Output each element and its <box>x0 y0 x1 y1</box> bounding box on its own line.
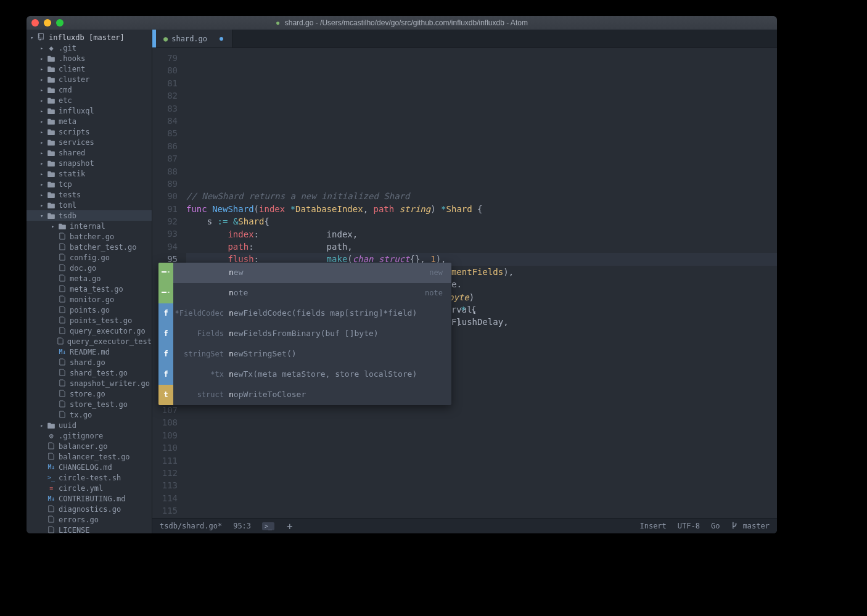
tree-file[interactable]: meta.go <box>27 273 152 284</box>
disclosure-icon[interactable]: ▸ <box>40 129 46 135</box>
tree-folder[interactable]: ▸uuid <box>27 420 152 430</box>
disclosure-icon[interactable]: ▸ <box>40 192 46 198</box>
disclosure-icon[interactable]: ▸ <box>40 97 46 104</box>
autocomplete-item[interactable]: f*txnewTx(meta metaStore, store localSto… <box>158 364 451 385</box>
tree-file[interactable]: batcher_test.go <box>27 242 152 252</box>
tree-file[interactable]: snapshot_writer.go <box>27 378 152 388</box>
tree-file[interactable]: doc.go <box>27 263 152 273</box>
titlebar[interactable]: ● shard.go - /Users/mcastilho/dev/go/src… <box>27 16 777 30</box>
tree-folder[interactable]: ▸statik <box>27 168 152 179</box>
disclosure-icon[interactable]: ▸ <box>51 223 57 229</box>
tree-file[interactable]: store_test.go <box>27 399 152 409</box>
minimize-button[interactable] <box>44 19 51 27</box>
tree-file[interactable]: shard.go <box>27 357 152 368</box>
tree-file[interactable]: M↓CHANGELOG.md <box>27 462 152 472</box>
tree-file[interactable]: M↓README.md <box>27 347 152 357</box>
code-line[interactable] <box>186 517 777 518</box>
tree-file[interactable]: query_executor.go <box>27 326 152 336</box>
autocomplete-item[interactable]: newnew <box>158 263 451 283</box>
tree-file[interactable]: >_circle-test.sh <box>27 472 152 483</box>
code-line[interactable] <box>186 441 777 454</box>
tree-file[interactable]: points_test.go <box>27 315 152 326</box>
tree-folder[interactable]: ▸toml <box>27 200 152 210</box>
status-cursor-pos[interactable]: 95:3 <box>233 522 251 530</box>
tree-folder[interactable]: ▸meta <box>27 116 152 126</box>
tree-folder[interactable]: ▸etc <box>27 95 152 105</box>
tree-file[interactable]: ⚙.gitignore <box>27 430 152 441</box>
tree-folder[interactable]: ▸client <box>27 64 152 74</box>
status-grammar[interactable]: Go <box>711 522 720 530</box>
code-line[interactable]: path: path, <box>186 240 777 253</box>
tree-file[interactable]: balancer.go <box>27 441 152 451</box>
file-tree[interactable]: ▾ influxdb [master] ▸◆.git▸.hooks▸client… <box>27 30 152 533</box>
code-line[interactable]: index: index, <box>186 228 777 240</box>
status-file-path[interactable]: tsdb/shard.go* <box>160 522 222 530</box>
code-editor[interactable]: 7980818283848586878889909192939495969798… <box>152 48 777 518</box>
close-button[interactable] <box>31 19 39 27</box>
autocomplete-item[interactable]: fFieldsnewFieldsFromBinary(buf []byte) <box>158 324 451 344</box>
autocomplete-item[interactable]: notenote <box>158 283 451 303</box>
disclosure-icon[interactable]: ▸ <box>40 55 46 62</box>
tab-shard-go[interactable]: ● shard.go <box>156 30 232 47</box>
tree-file[interactable]: errors.go <box>27 514 152 525</box>
tree-file[interactable]: query_executor_test <box>27 336 152 347</box>
disclosure-icon[interactable]: ▸ <box>40 150 46 156</box>
autocomplete-popup[interactable]: newnewnotenotef*FieldCodecnewFieldCodec(… <box>158 263 451 405</box>
disclosure-icon[interactable]: ▸ <box>40 87 46 93</box>
code-area[interactable]: e. byte) * { ) // NewShard returns a new… <box>186 48 777 518</box>
tree-folder[interactable]: ▸services <box>27 137 152 147</box>
disclosure-icon[interactable]: ▸ <box>40 422 46 429</box>
tree-file[interactable]: M↓CONTRIBUTING.md <box>27 493 152 504</box>
code-line[interactable] <box>186 479 777 491</box>
status-git-branch[interactable]: master <box>731 522 770 530</box>
disclosure-icon[interactable]: ▸ <box>40 66 46 72</box>
tree-folder[interactable]: ▸internal <box>27 221 152 231</box>
autocomplete-item[interactable]: fstringSetnewStringSet() <box>158 344 451 364</box>
status-bar[interactable]: tsdb/shard.go* 95:3 >_+ Insert UTF-8 Go … <box>152 518 777 533</box>
project-root[interactable]: ▾ influxdb [master] <box>27 32 152 43</box>
tree-file[interactable]: store.go <box>27 388 152 399</box>
tree-folder[interactable]: ▸shared <box>27 147 152 158</box>
disclosure-icon[interactable]: ▸ <box>40 118 46 125</box>
tree-file[interactable]: balancer_test.go <box>27 451 152 462</box>
code-line[interactable]: s := &Shard{ <box>186 215 777 228</box>
tree-file[interactable]: shard_test.go <box>27 368 152 378</box>
tree-folder[interactable]: ▸.hooks <box>27 53 152 64</box>
code-line[interactable] <box>186 404 777 416</box>
code-line[interactable]: func NewShard(index *DatabaseIndex, path… <box>186 203 777 215</box>
code-line[interactable] <box>186 492 777 504</box>
maximize-button[interactable] <box>56 19 64 27</box>
tree-folder[interactable]: ▸tcp <box>27 179 152 189</box>
autocomplete-item[interactable]: tstructnopWriteToCloser <box>158 385 451 405</box>
code-line[interactable] <box>186 467 777 479</box>
code-line[interactable] <box>186 178 777 190</box>
code-line[interactable] <box>186 429 777 441</box>
terminal-icon[interactable]: >_ <box>262 522 274 530</box>
tree-file[interactable]: monitor.go <box>27 294 152 305</box>
code-line[interactable] <box>186 504 777 517</box>
disclosure-icon[interactable]: ▸ <box>40 76 46 83</box>
disclosure-icon[interactable]: ▾ <box>40 213 46 219</box>
code-line[interactable] <box>186 454 777 467</box>
disclosure-icon[interactable]: ▸ <box>40 139 46 146</box>
tree-folder[interactable]: ▸influxql <box>27 105 152 116</box>
tab-bar[interactable]: ● shard.go <box>152 30 777 48</box>
tree-folder[interactable]: ▸cmd <box>27 84 152 95</box>
tree-folder[interactable]: ▸snapshot <box>27 158 152 168</box>
disclosure-icon[interactable]: ▸ <box>40 181 46 187</box>
disclosure-icon[interactable]: ▸ <box>40 108 46 114</box>
autocomplete-item[interactable]: f*FieldCodecnewFieldCodec(fields map[str… <box>158 303 451 324</box>
disclosure-icon[interactable]: ▸ <box>40 171 46 177</box>
tree-file[interactable]: points.go <box>27 305 152 315</box>
disclosure-icon[interactable]: ▸ <box>40 160 46 166</box>
tree-folder[interactable]: ▸scripts <box>27 126 152 137</box>
tree-folder[interactable]: ▸tests <box>27 189 152 200</box>
tree-file[interactable]: tx.go <box>27 409 152 420</box>
tree-file[interactable]: config.go <box>27 252 152 263</box>
tree-file[interactable]: batcher.go <box>27 231 152 242</box>
disclosure-icon[interactable]: ▸ <box>40 45 46 51</box>
tree-file[interactable]: meta_test.go <box>27 284 152 294</box>
status-encoding[interactable]: UTF-8 <box>678 522 700 530</box>
tree-folder[interactable]: ▾tsdb <box>27 210 152 221</box>
tree-folder[interactable]: ▸cluster <box>27 74 152 84</box>
